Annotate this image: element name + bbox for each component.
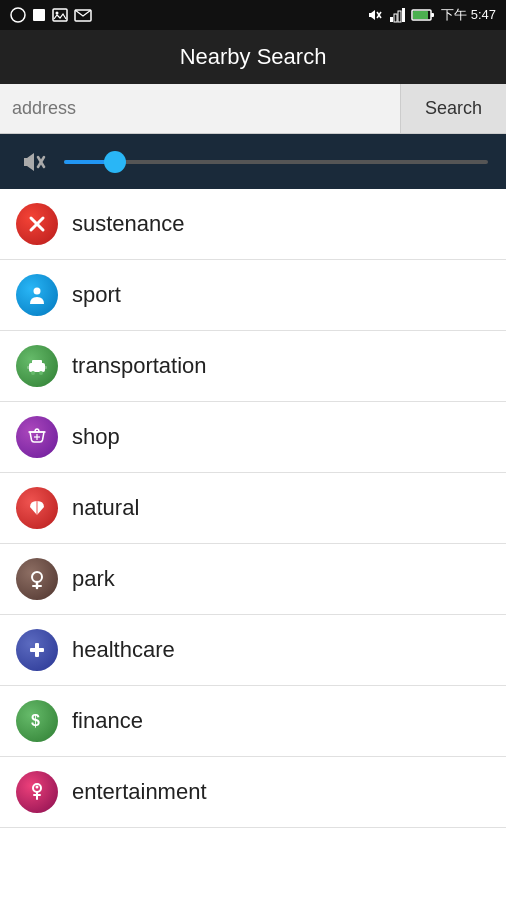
search-bar: Search bbox=[0, 84, 506, 134]
list-item[interactable]: natural bbox=[0, 473, 506, 544]
image-icon bbox=[52, 8, 68, 22]
entertainment-icon bbox=[16, 771, 58, 813]
square-icon bbox=[32, 8, 46, 22]
healthcare-icon bbox=[16, 629, 58, 671]
list-item[interactable]: transportation bbox=[0, 331, 506, 402]
svg-rect-9 bbox=[394, 14, 397, 22]
distance-slider[interactable] bbox=[64, 160, 488, 164]
mute-icon-status bbox=[367, 7, 383, 23]
svg-rect-10 bbox=[398, 11, 401, 22]
svg-rect-22 bbox=[32, 360, 42, 365]
list-item[interactable]: park bbox=[0, 544, 506, 615]
svg-point-28 bbox=[32, 572, 42, 582]
list-item[interactable]: entertainment bbox=[0, 757, 506, 828]
category-label: sustenance bbox=[72, 211, 185, 237]
mute-icon[interactable] bbox=[18, 146, 50, 178]
mute-svg bbox=[20, 148, 48, 176]
email-icon bbox=[74, 9, 92, 22]
svg-rect-25 bbox=[27, 366, 47, 369]
status-right: 下午 5:47 bbox=[367, 6, 496, 24]
svg-point-23 bbox=[31, 371, 35, 375]
transportation-icon bbox=[16, 345, 58, 387]
svg-point-3 bbox=[56, 12, 59, 15]
svg-rect-8 bbox=[390, 17, 393, 22]
category-label: transportation bbox=[72, 353, 207, 379]
svg-point-24 bbox=[39, 371, 43, 375]
category-list: sustenance sport transportation bbox=[0, 189, 506, 889]
category-label: park bbox=[72, 566, 115, 592]
page-title: Nearby Search bbox=[180, 44, 327, 69]
sport-icon bbox=[16, 274, 58, 316]
search-button[interactable]: Search bbox=[400, 84, 506, 133]
svg-rect-32 bbox=[30, 648, 44, 652]
natural-icon bbox=[16, 487, 58, 529]
status-time: 下午 5:47 bbox=[441, 6, 496, 24]
svg-rect-2 bbox=[53, 9, 67, 21]
list-item[interactable]: healthcare bbox=[0, 615, 506, 686]
slider-row bbox=[0, 134, 506, 189]
category-label: sport bbox=[72, 282, 121, 308]
svg-marker-15 bbox=[24, 153, 34, 171]
category-label: entertainment bbox=[72, 779, 207, 805]
category-label: finance bbox=[72, 708, 143, 734]
list-item[interactable]: shop bbox=[0, 402, 506, 473]
shop-icon bbox=[16, 416, 58, 458]
signal-icon bbox=[389, 7, 405, 23]
status-left bbox=[10, 7, 92, 23]
svg-point-0 bbox=[11, 8, 25, 22]
svg-rect-14 bbox=[413, 11, 428, 19]
svg-rect-1 bbox=[33, 9, 45, 21]
park-icon bbox=[16, 558, 58, 600]
category-label: natural bbox=[72, 495, 139, 521]
svg-rect-11 bbox=[402, 8, 405, 22]
category-label: shop bbox=[72, 424, 120, 450]
list-item[interactable]: sport bbox=[0, 260, 506, 331]
list-item[interactable]: sustenance bbox=[0, 189, 506, 260]
circle-icon bbox=[10, 7, 26, 23]
title-bar: Nearby Search bbox=[0, 30, 506, 84]
svg-text:$: $ bbox=[31, 712, 40, 729]
category-label: healthcare bbox=[72, 637, 175, 663]
svg-point-20 bbox=[34, 288, 41, 295]
address-input[interactable] bbox=[0, 84, 400, 133]
finance-icon: $ bbox=[16, 700, 58, 742]
svg-point-37 bbox=[36, 786, 39, 789]
status-bar: 下午 5:47 bbox=[0, 0, 506, 30]
svg-rect-13 bbox=[431, 13, 434, 17]
slider-thumb[interactable] bbox=[104, 151, 126, 173]
svg-marker-5 bbox=[369, 10, 375, 20]
battery-icon bbox=[411, 8, 435, 22]
list-item[interactable]: $ finance bbox=[0, 686, 506, 757]
sustenance-icon bbox=[16, 203, 58, 245]
